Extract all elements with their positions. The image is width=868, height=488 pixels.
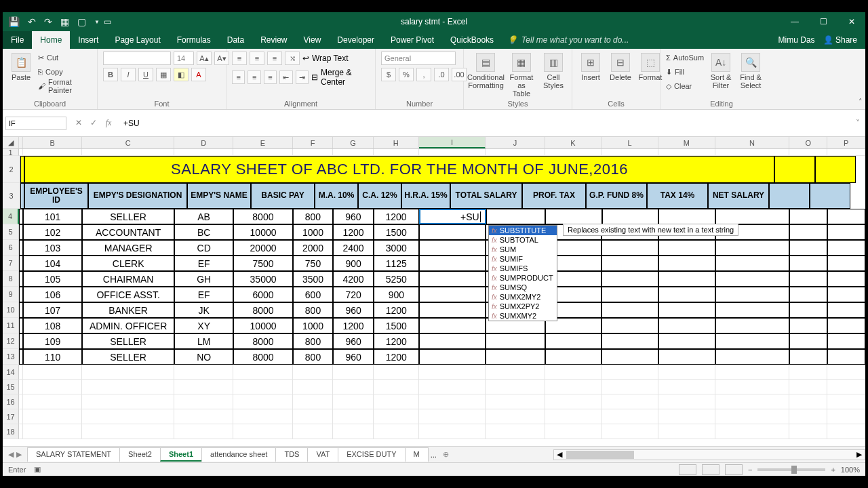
data-cell[interactable]	[715, 287, 790, 302]
data-cell[interactable]: 3500	[293, 271, 334, 287]
data-cell[interactable]: OFFICE ASST.	[82, 287, 174, 302]
data-cell[interactable]: 1500	[374, 224, 419, 240]
cell-styles-button[interactable]: ▥Cell Styles	[540, 52, 566, 89]
col-K[interactable]: K	[545, 137, 602, 148]
cancel-formula-button[interactable]: ✕	[73, 118, 84, 128]
data-cell[interactable]: 105	[23, 271, 82, 287]
data-cell[interactable]	[419, 333, 486, 349]
data-cell[interactable]: 110	[23, 349, 82, 365]
comma-format-button[interactable]: ,	[416, 68, 431, 81]
tab-developer[interactable]: Developer	[329, 31, 382, 49]
row-header[interactable]: 5	[3, 224, 19, 240]
data-cell[interactable]	[601, 333, 658, 349]
data-cell[interactable]	[601, 271, 658, 287]
autocomplete-item[interactable]: fxSUMX2MY2	[489, 292, 557, 302]
font-size-combo[interactable]: 14	[174, 52, 194, 65]
data-cell[interactable]: 1200	[333, 318, 374, 333]
data-cell[interactable]	[419, 224, 486, 240]
expand-formula-icon[interactable]: ˅	[850, 119, 865, 128]
accounting-format-button[interactable]: $	[381, 68, 396, 81]
data-cell[interactable]: 1200	[374, 209, 419, 224]
tab-data[interactable]: Data	[219, 31, 252, 49]
horizontal-scrollbar[interactable]: ◀▶	[553, 449, 865, 460]
autosum-button[interactable]: ΣAutoSum	[666, 52, 704, 64]
data-cell[interactable]	[658, 287, 715, 302]
normal-view-button[interactable]	[679, 464, 696, 475]
data-cell[interactable]: LM	[174, 333, 233, 349]
data-cell[interactable]: GH	[174, 271, 233, 287]
border-button[interactable]: ▦	[156, 68, 171, 81]
data-cell[interactable]: 800	[293, 333, 334, 349]
zoom-slider[interactable]	[757, 468, 825, 471]
autocomplete-item[interactable]: fxSUMXMY2	[489, 311, 557, 321]
data-cell[interactable]	[486, 333, 545, 349]
data-cell[interactable]	[602, 209, 659, 224]
autocomplete-item[interactable]: fxSUBSTITUTE	[489, 226, 557, 235]
data-cell[interactable]: 800	[293, 349, 334, 365]
data-cell[interactable]	[486, 209, 545, 224]
row-header[interactable]: 14	[3, 365, 19, 380]
tab-nav-prev[interactable]: ◀	[8, 450, 14, 459]
align-right-button[interactable]: ≡	[264, 70, 277, 84]
data-cell[interactable]: 750	[293, 256, 334, 271]
data-cell[interactable]: 101	[23, 209, 82, 224]
data-cell[interactable]: EF	[174, 256, 233, 271]
data-cell[interactable]: XY	[174, 318, 233, 333]
format-painter-button[interactable]: 🖌Format Painter	[38, 80, 92, 92]
data-cell[interactable]	[715, 209, 790, 224]
percent-format-button[interactable]: %	[399, 68, 414, 81]
italic-button[interactable]: I	[121, 68, 136, 81]
merge-center-button[interactable]: ⊟Merge & Center	[311, 68, 370, 87]
data-cell[interactable]: 106	[23, 287, 82, 302]
col-O[interactable]: O	[789, 137, 827, 148]
col-C[interactable]: C	[82, 137, 174, 148]
col-E[interactable]: E	[233, 137, 292, 148]
col-F[interactable]: F	[293, 137, 334, 148]
data-cell[interactable]: 7500	[233, 256, 292, 271]
data-cell[interactable]: SELLER	[82, 209, 174, 224]
data-cell[interactable]: 8000	[233, 302, 292, 318]
data-cell[interactable]	[658, 256, 715, 271]
data-cell[interactable]	[601, 318, 658, 333]
autocomplete-item[interactable]: fxSUMIF	[489, 254, 557, 264]
col-D[interactable]: D	[174, 137, 233, 148]
data-cell[interactable]	[658, 333, 715, 349]
data-cell[interactable]: 1000	[293, 224, 334, 240]
row-header[interactable]: 13	[3, 349, 19, 365]
spreadsheet-grid[interactable]: ◢ B C D E F G H I J K L M N O P 12SALARY…	[3, 137, 865, 446]
data-cell[interactable]: CHAIRMAN	[82, 271, 174, 287]
data-cell[interactable]	[715, 240, 790, 256]
data-cell[interactable]: 102	[23, 224, 82, 240]
data-cell[interactable]: 960	[333, 349, 374, 365]
redo-icon[interactable]: ↷	[44, 16, 52, 27]
col-L[interactable]: L	[601, 137, 658, 148]
inc-decimal-button[interactable]: .0	[434, 68, 449, 81]
name-box[interactable]: IF	[5, 117, 66, 130]
data-cell[interactable]: SELLER	[82, 349, 174, 365]
data-cell[interactable]: 600	[293, 287, 334, 302]
qat-icon[interactable]: ▦	[60, 16, 69, 27]
tab-quickbooks[interactable]: QuickBooks	[442, 31, 502, 49]
data-cell[interactable]: ACCOUNTANT	[82, 224, 174, 240]
data-cell[interactable]	[545, 333, 602, 349]
autocomplete-item[interactable]: fxSUMPRODUCT	[489, 273, 557, 283]
tab-file[interactable]: File	[3, 31, 32, 49]
data-cell[interactable]	[419, 240, 486, 256]
data-cell[interactable]: 960	[333, 302, 374, 318]
row-header[interactable]: 15	[3, 380, 19, 394]
col-N[interactable]: N	[715, 137, 790, 148]
data-cell[interactable]: 10000	[233, 318, 292, 333]
data-cell[interactable]: 10000	[233, 224, 292, 240]
zoom-level[interactable]: 100%	[841, 466, 860, 474]
data-cell[interactable]	[658, 209, 715, 224]
active-cell[interactable]: +SU	[419, 209, 486, 224]
row-header[interactable]: 12	[3, 333, 19, 349]
data-cell[interactable]: 8000	[233, 333, 292, 349]
data-cell[interactable]: 800	[293, 209, 334, 224]
sheet-tab[interactable]: EXCISE DUTY	[338, 447, 405, 462]
row-header[interactable]: 6	[3, 240, 19, 256]
data-cell[interactable]: JK	[174, 302, 233, 318]
data-cell[interactable]: 8000	[233, 349, 292, 365]
macro-record-icon[interactable]: ▣	[34, 465, 41, 474]
user-name[interactable]: Mimu Das	[778, 35, 815, 45]
